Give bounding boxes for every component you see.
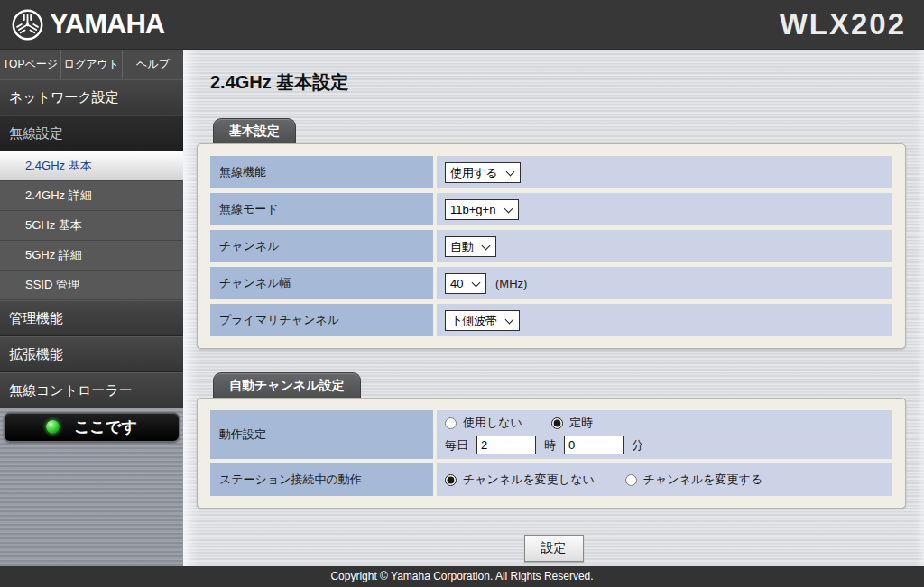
sidebar-item-ssid-management[interactable]: SSID 管理: [0, 271, 183, 300]
select-wrap: 11b+g+n: [445, 199, 519, 220]
sidebar-item-wireless-settings[interactable]: 無線設定: [0, 115, 183, 151]
here-button-wrap: ここです: [0, 408, 183, 442]
hour-input[interactable]: [476, 436, 536, 454]
sidebar-item-wireless-controller[interactable]: 無線コントローラー: [0, 372, 183, 408]
select-wrap: 下側波帯: [445, 310, 520, 331]
green-led-icon: [46, 420, 60, 434]
wireless-mode-select[interactable]: 11b+g+n: [445, 199, 519, 220]
row-value: 40 (MHz): [437, 267, 892, 299]
table-row: 無線機能 使用する: [210, 156, 892, 188]
model-name: WLX202: [780, 7, 906, 41]
table-row: プライマリチャンネル 下側波帯: [210, 304, 892, 336]
page-title: 2.4GHz 基本設定: [210, 70, 924, 95]
app-header: YAMAHA WLX202: [0, 0, 924, 50]
select-wrap: 使用する: [445, 162, 521, 183]
sidebar-item-extension[interactable]: 拡張機能: [0, 336, 183, 372]
tab-logout[interactable]: ログアウト: [61, 50, 123, 79]
mhz-suffix: (MHz): [495, 277, 527, 290]
tab-top-page[interactable]: TOPページ: [0, 50, 61, 79]
table-row: 無線モード 11b+g+n: [210, 193, 892, 225]
radio-disable-label: 使用しない: [463, 415, 522, 431]
section-tab-basic-settings: 基本設定: [213, 118, 296, 143]
top-tab-bar: TOPページ ログアウト ヘルプ: [0, 50, 183, 79]
table-row: ステーション接続中の動作 チャンネルを変更しない チャンネルを変更する: [210, 463, 892, 496]
radio-scheduled-label: 定時: [569, 415, 593, 431]
row-value: 自動: [437, 230, 892, 262]
sidebar-item-5ghz-basic[interactable]: 5GHz 基本: [0, 211, 183, 241]
footer-copyright: Copyright © Yamaha Corporation. All Righ…: [0, 566, 924, 587]
row-label-primary-channel: プライマリチャンネル: [210, 304, 433, 336]
row-label-channel: チャンネル: [210, 230, 433, 262]
row-value: 11b+g+n: [437, 193, 892, 225]
row-label-wireless-mode: 無線モード: [210, 193, 433, 225]
page: YAMAHA WLX202 TOPページ ログアウト ヘルプ ネットワーク設定 …: [0, 0, 924, 587]
sidebar-item-24ghz-basic[interactable]: 2.4GHz 基本: [0, 151, 183, 181]
radio-disable[interactable]: [445, 417, 457, 429]
channel-width-select[interactable]: 40: [445, 273, 486, 294]
radio-change-channel[interactable]: [625, 474, 637, 486]
wireless-function-select[interactable]: 使用する: [445, 162, 521, 183]
row-value: 使用する: [437, 156, 892, 188]
channel-select[interactable]: 自動: [445, 236, 496, 257]
auto-channel-panel: 動作設定 使用しない 定時: [197, 398, 906, 509]
primary-channel-select[interactable]: 下側波帯: [445, 310, 520, 331]
radio-scheduled[interactable]: [551, 417, 563, 429]
here-button[interactable]: ここです: [4, 412, 180, 442]
brand-name: YAMAHA: [50, 7, 164, 41]
select-wrap: 自動: [445, 236, 496, 257]
yamaha-logo: YAMAHA: [11, 8, 164, 41]
sidebar: TOPページ ログアウト ヘルプ ネットワーク設定 無線設定 2.4GHz 基本…: [0, 50, 183, 566]
row-label-station-behavior: ステーション接続中の動作: [210, 463, 433, 496]
sidebar-item-network-settings[interactable]: ネットワーク設定: [0, 79, 183, 115]
table-row: チャンネル幅 40 (MHz): [210, 267, 892, 299]
row-value: 使用しない 定時 毎日 時: [437, 410, 892, 459]
table-row: チャンネル 自動: [210, 230, 892, 262]
select-wrap: 40: [445, 273, 486, 294]
hour-suffix: 時: [544, 437, 556, 454]
radio-keep-channel-label: チャンネルを変更しない: [463, 472, 595, 488]
row-label-channel-width: チャンネル幅: [210, 267, 433, 299]
here-button-label: ここです: [74, 417, 137, 437]
row-value: 下側波帯: [437, 304, 892, 336]
table-row: 動作設定 使用しない 定時: [210, 410, 892, 459]
yamaha-tuning-fork-icon: [11, 8, 44, 41]
apply-settings-button[interactable]: 設定: [524, 535, 584, 562]
row-label-wireless-function: 無線機能: [210, 156, 433, 188]
radio-change-channel-label: チャンネルを変更する: [643, 472, 762, 488]
main-content: 2.4GHz 基本設定 基本設定 無線機能 使用する 無線モード: [183, 50, 924, 566]
row-label-operation-setting: 動作設定: [210, 410, 433, 459]
sidebar-item-24ghz-detail[interactable]: 2.4GHz 詳細: [0, 181, 183, 211]
sidebar-item-5ghz-detail[interactable]: 5GHz 詳細: [0, 241, 183, 271]
tab-help[interactable]: ヘルプ: [123, 50, 183, 79]
row-value: チャンネルを変更しない チャンネルを変更する: [437, 463, 892, 496]
minute-input[interactable]: [564, 436, 624, 454]
radio-keep-channel[interactable]: [445, 474, 457, 486]
submit-area: 設定: [183, 535, 924, 562]
section-tab-auto-channel: 自動チャンネル設定: [213, 372, 361, 398]
sidebar-item-management[interactable]: 管理機能: [0, 300, 183, 336]
daily-label: 毎日: [445, 437, 468, 454]
minute-suffix: 分: [632, 437, 643, 454]
basic-settings-panel: 無線機能 使用する 無線モード 11b+g+n: [197, 143, 906, 349]
